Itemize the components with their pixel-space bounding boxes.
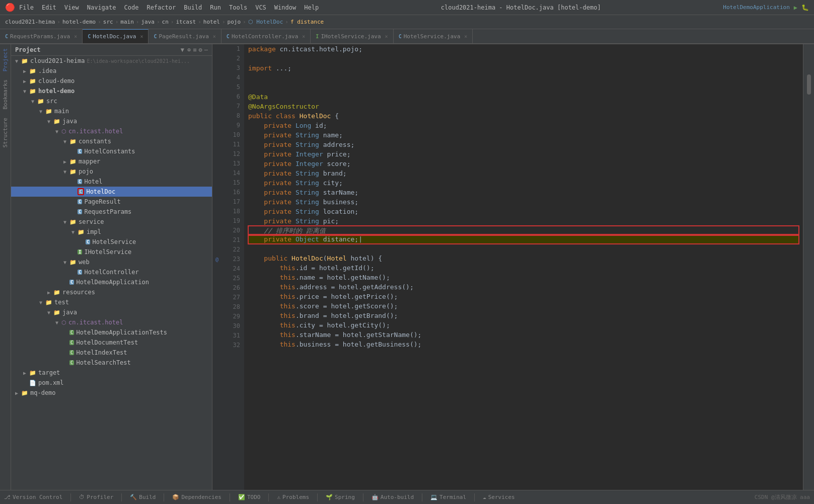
sidebar-action-locate[interactable]: ⊕: [187, 46, 191, 53]
menu-code[interactable]: Code: [124, 4, 139, 11]
tab-close-ihotelservice[interactable]: ×: [385, 34, 388, 39]
tree-item-root[interactable]: ▼ 📁 cloud2021-heima E:\idea-workspace\cl…: [11, 56, 212, 66]
tree-item-package-cn[interactable]: ▼ ⬡ cn.itcast.hotel: [11, 126, 212, 136]
tab-hoteldoc[interactable]: C HotelDoc.java ×: [83, 29, 149, 43]
status-terminal[interactable]: 💻 Terminal: [430, 494, 466, 500]
tree-item-java[interactable]: ▼ 📁 java: [11, 116, 212, 126]
tree-arrow-java[interactable]: ▼: [47, 119, 53, 124]
run-button[interactable]: ▶: [794, 4, 797, 11]
breadcrumb-main[interactable]: main: [120, 19, 134, 25]
breadcrumb-hotel-demo[interactable]: hotel-demo: [62, 19, 96, 25]
tree-item-hotelindextest[interactable]: C HotelIndexTest: [11, 348, 212, 358]
status-todo[interactable]: ✅ TODO: [238, 494, 261, 500]
tab-close-pageresult[interactable]: ×: [213, 34, 216, 39]
tree-arrow-test-package[interactable]: ▼: [55, 320, 61, 325]
menu-build[interactable]: Build: [184, 4, 202, 11]
tree-arrow-main[interactable]: ▼: [39, 109, 45, 114]
menu-refactor[interactable]: Refactor: [146, 4, 176, 11]
left-tab-project[interactable]: Project: [1, 44, 10, 75]
run-config[interactable]: HotelDemoApplication: [723, 4, 789, 11]
tab-close-hoteldoc[interactable]: ×: [140, 34, 143, 39]
status-build[interactable]: 🔨 Build: [130, 494, 156, 500]
tree-arrow-hotel-demo[interactable]: ▼: [23, 89, 29, 94]
tree-item-pom[interactable]: 📄 pom.xml: [11, 378, 212, 388]
tree-item-main[interactable]: ▼ 📁 main: [11, 106, 212, 116]
status-profiler[interactable]: ⏱ Profiler: [79, 494, 113, 500]
tree-arrow-pojo[interactable]: ▼: [63, 169, 69, 175]
tree-item-service[interactable]: ▼ 📁 service: [11, 217, 212, 227]
breadcrumb-pojo[interactable]: pojo: [228, 19, 241, 25]
debug-button[interactable]: 🐛: [801, 4, 809, 11]
menu-edit[interactable]: Edit: [42, 4, 56, 11]
tree-item-constants[interactable]: ▼ 📁 constants: [11, 136, 212, 146]
tree-arrow-cloud-demo[interactable]: ▶: [23, 78, 29, 84]
tree-item-src[interactable]: ▼ 📁 src: [11, 96, 212, 106]
tree-item-test-java[interactable]: ▼ 📁 java: [11, 307, 212, 317]
tree-item-pojo[interactable]: ▼ 📁 pojo: [11, 166, 212, 177]
tree-arrow-idea[interactable]: ▶: [23, 68, 29, 74]
tab-requestparams[interactable]: C RequestParams.java ×: [0, 29, 83, 43]
breadcrumb-distance[interactable]: f distance: [290, 19, 324, 25]
breadcrumb-itcast[interactable]: itcast: [176, 19, 196, 25]
tree-arrow-root[interactable]: ▼: [15, 58, 21, 64]
tree-item-mq-demo[interactable]: ▶ 📁 mq-demo: [11, 388, 212, 398]
menu-view[interactable]: View: [64, 4, 79, 11]
breadcrumb-hoteldoc[interactable]: ⬡ HotelDoc: [248, 19, 283, 25]
tree-item-mapper[interactable]: ▶ 📁 mapper: [11, 156, 212, 166]
tab-close-hotelcontroller[interactable]: ×: [302, 34, 305, 39]
tree-arrow-test-java[interactable]: ▼: [47, 310, 53, 315]
sidebar-action-collapse[interactable]: ≡: [193, 46, 196, 53]
tree-item-target[interactable]: ▶ 📁 target: [11, 368, 212, 378]
tree-item-hotel-demo[interactable]: ▼ 📁 hotel-demo: [11, 86, 212, 96]
tree-item-hoteldoctest[interactable]: C HotelDocumentTest: [11, 338, 212, 348]
menu-help[interactable]: Help: [304, 4, 319, 11]
tree-arrow-target[interactable]: ▶: [23, 370, 29, 376]
tree-arrow-package-cn[interactable]: ▼: [55, 129, 61, 134]
tree-arrow-web[interactable]: ▼: [63, 260, 69, 265]
tree-arrow-constants[interactable]: ▼: [63, 139, 69, 144]
tab-close-hotelservice[interactable]: ×: [464, 34, 467, 39]
sidebar-action-gear[interactable]: ⚙: [199, 46, 202, 53]
tree-item-web[interactable]: ▼ 📁 web: [11, 257, 212, 267]
left-tab-structure[interactable]: Structure: [1, 114, 10, 152]
status-auto-build[interactable]: 🤖 Auto-build: [372, 494, 414, 500]
tree-arrow-mq-demo[interactable]: ▶: [15, 390, 21, 396]
tree-item-test[interactable]: ▼ 📁 test: [11, 297, 212, 307]
menu-vcs[interactable]: VCS: [255, 4, 266, 11]
tree-item-impl[interactable]: ▼ 📁 impl: [11, 227, 212, 237]
tree-item-hoteldemoapp[interactable]: C HotelDemoApplication: [11, 277, 212, 287]
menu-run[interactable]: Run: [210, 4, 221, 11]
tree-item-resources[interactable]: ▶ 📁 resources: [11, 287, 212, 297]
status-problems[interactable]: ⚠ Problems: [277, 494, 309, 500]
tab-pageresult[interactable]: C PageResult.java ×: [149, 29, 221, 43]
tree-item-cloud-demo[interactable]: ▶ 📁 cloud-demo: [11, 76, 212, 86]
tree-arrow-service[interactable]: ▼: [63, 219, 69, 225]
right-scrollbar[interactable]: [803, 44, 814, 490]
tree-arrow-resources[interactable]: ▶: [47, 290, 53, 295]
breadcrumb-hotel[interactable]: hotel: [203, 19, 220, 25]
menu-tools[interactable]: Tools: [229, 4, 247, 11]
tree-arrow-test[interactable]: ▼: [39, 300, 45, 305]
tree-item-hoteldemoapptest[interactable]: C HotelDemoApplicationTests: [11, 327, 212, 338]
tab-hotelcontroller[interactable]: C HotelController.java ×: [221, 29, 311, 43]
tree-item-hotel[interactable]: C Hotel: [11, 177, 212, 187]
tree-item-requestparams[interactable]: C RequestParams: [11, 207, 212, 217]
status-spring[interactable]: 🌱 Spring: [326, 494, 355, 500]
tab-close-requestparams[interactable]: ×: [74, 34, 77, 39]
tree-item-hotelcontroller[interactable]: C HotelController: [11, 267, 212, 277]
tree-item-pageresult[interactable]: C PageResult: [11, 197, 212, 207]
tree-arrow-mapper[interactable]: ▶: [63, 159, 69, 164]
sidebar-action-close[interactable]: —: [204, 46, 208, 53]
menu-file[interactable]: File: [19, 4, 34, 11]
tree-item-test-package[interactable]: ▼ ⬡ cn.itcast.hotel: [11, 317, 212, 327]
menu-window[interactable]: Window: [274, 4, 296, 11]
breadcrumb-cloud[interactable]: cloud2021-heima: [5, 19, 55, 25]
tab-hotelservice[interactable]: C HotelService.java ×: [394, 29, 473, 43]
tree-item-hotelservice[interactable]: C HotelService: [11, 237, 212, 247]
code-editor[interactable]: package cn.itcast.hotel.pojo; import ...…: [244, 44, 803, 490]
tab-ihotelservice[interactable]: I IHotelService.java ×: [311, 29, 393, 43]
left-tab-bookmarks[interactable]: Bookmarks: [1, 75, 10, 114]
status-dependencies[interactable]: 📦 Dependencies: [172, 494, 221, 500]
breadcrumb-cn[interactable]: cn: [162, 19, 169, 25]
breadcrumb-java[interactable]: java: [141, 19, 155, 25]
